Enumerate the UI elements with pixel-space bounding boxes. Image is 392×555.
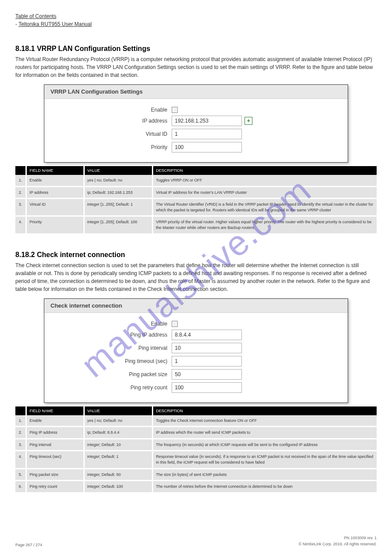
check-panel: Check internet connection Enable Ping IP… — [44, 298, 348, 403]
add-ip-icon[interactable]: + — [245, 117, 252, 125]
page-footer: Page 267 / 274 PN 1003009 rev. 1 © Nimbe… — [15, 535, 377, 547]
check-enable-checkbox[interactable] — [172, 321, 178, 327]
ping-size-label: Ping packet size — [44, 371, 172, 377]
table-row: 4. Priority integer [1..255]; Default: 1… — [15, 216, 377, 233]
check-th-def: VALUE — [84, 406, 152, 415]
ping-retry-input[interactable] — [172, 382, 242, 393]
vrrp-heading: 8.18.1 VRRP LAN Configuration Settings — [15, 45, 377, 53]
vrrp-vid-label: Virtual ID — [44, 131, 172, 137]
table-row: 2. Ping IP address ip; Default: 8.8.4.4 … — [15, 427, 377, 439]
toc-link[interactable]: Table of Contents — [15, 13, 56, 19]
check-panel-title: Check internet connection — [44, 299, 348, 313]
ping-interval-input[interactable] — [172, 343, 242, 353]
vrrp-panel: VRRP LAN Configuration Settings Enable I… — [44, 84, 348, 163]
vrrp-panel-title: VRRP LAN Configuration Settings — [44, 85, 348, 99]
breadcrumb-link[interactable]: Teltonika RUT955 User Manual — [18, 21, 92, 27]
vrrp-table: FIELD NAME VALUE DESCRIPTION 1. Enable y… — [15, 166, 377, 233]
ping-timeout-input[interactable] — [172, 356, 242, 366]
check-th-exp: DESCRIPTION — [153, 406, 377, 415]
ping-timeout-label: Ping timeout (sec) — [44, 358, 172, 364]
check-intro: The Check internet connection section is… — [15, 261, 377, 293]
table-row: 6. Ping retry count integer; Default: 10… — [15, 481, 377, 492]
check-enable-label: Enable — [44, 321, 172, 327]
vrrp-th-idx — [15, 166, 26, 175]
ping-ip-input[interactable] — [172, 330, 242, 340]
vrrp-enable-checkbox[interactable] — [172, 107, 178, 113]
table-row: 3. Virtual ID integer [1..255]; Default:… — [15, 199, 377, 216]
ping-size-input[interactable] — [172, 369, 242, 380]
vrrp-enable-label: Enable — [44, 107, 172, 113]
table-row: 5. Ping packet size integer; Default: 50… — [15, 468, 377, 481]
ping-interval-label: Ping interval — [44, 345, 172, 351]
table-row: 2. IP address ip; Default: 192.168.1.253… — [15, 186, 377, 199]
table-row: 3. Ping interval integer; Default: 10 Th… — [15, 439, 377, 451]
vrrp-th-name: FIELD NAME — [26, 166, 84, 175]
page-number: Page 267 / 274 — [15, 543, 42, 547]
ping-retry-label: Ping retry count — [44, 385, 172, 391]
ping-ip-label: Ping IP address — [44, 332, 172, 338]
check-table: FIELD NAME VALUE DESCRIPTION 1. Enable y… — [15, 406, 377, 492]
footer-copyright: © NimbeLink Corp. 2019. All rights reser… — [298, 541, 377, 548]
vrrp-prio-label: Priority — [44, 144, 172, 150]
check-th-name: FIELD NAME — [26, 406, 84, 415]
table-row: 1. Enable yes | no; Default: no Toggles … — [15, 175, 377, 186]
vrrp-prio-input[interactable] — [172, 142, 242, 152]
vrrp-ip-input[interactable] — [172, 116, 242, 126]
vrrp-intro: The Virtual Router Redundancy Protocol (… — [15, 55, 377, 79]
check-th-idx — [15, 406, 26, 415]
check-heading: 8.18.2 Check internet connection — [15, 251, 377, 259]
vrrp-th-def: VALUE — [84, 166, 152, 175]
vrrp-vid-input[interactable] — [172, 129, 242, 139]
table-row: 4. Ping timeout (sec) integer; Default: … — [15, 451, 377, 468]
footer-pn: PN 1003009 rev. 1 — [298, 535, 377, 541]
vrrp-ip-label: IP address — [44, 118, 172, 124]
table-row: 1. Enable yes | no; Default: no Toggles … — [15, 415, 377, 427]
vrrp-th-exp: DESCRIPTION — [153, 166, 377, 175]
